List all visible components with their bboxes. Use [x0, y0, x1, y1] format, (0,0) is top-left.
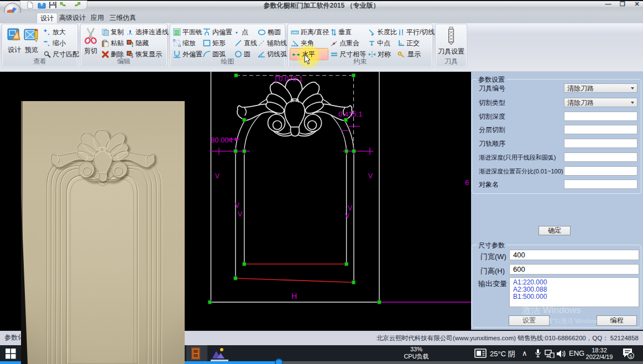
svg-text:0.415:1: 0.415:1 [338, 110, 362, 118]
svg-text:H: H [291, 292, 297, 300]
svg-text:V: V [235, 202, 239, 209]
svg-text:V: V [238, 210, 242, 218]
svg-text:5: 5 [629, 354, 632, 359]
svg-text:V: V [215, 172, 219, 180]
svg-text:V: V [348, 204, 352, 212]
svg-text:V: V [345, 212, 349, 220]
svg-text:V: V [368, 172, 373, 180]
svg-text:80.004: 80.004 [211, 136, 233, 144]
svg-text:0.070:1: 0.070:1 [279, 75, 302, 83]
svg-text:6: 6 [465, 178, 469, 187]
